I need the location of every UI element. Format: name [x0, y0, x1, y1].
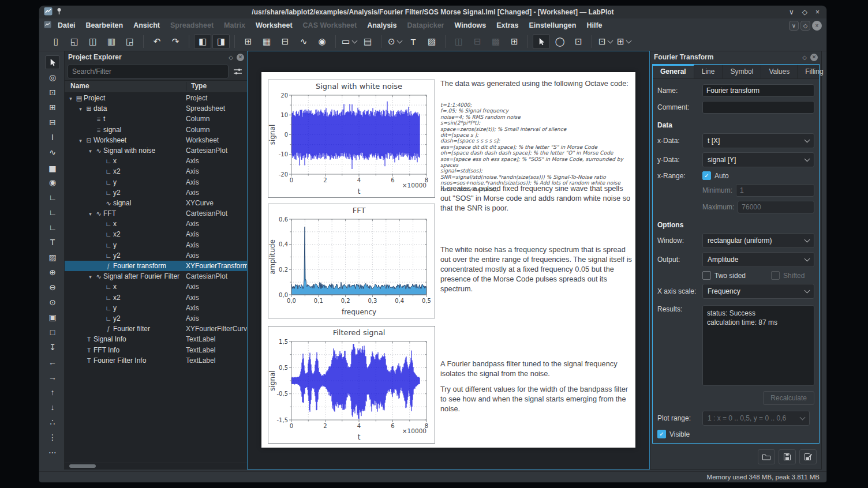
add-image-button[interactable]: ▨: [423, 34, 440, 49]
new-spreadsheet-button[interactable]: ⊞: [240, 34, 257, 49]
shift-right-x-button[interactable]: →: [45, 370, 60, 384]
dock-float-icon[interactable]: ◇: [802, 54, 807, 61]
column-name-header[interactable]: Name: [70, 82, 89, 90]
new-matrix-button[interactable]: ▦: [258, 34, 275, 49]
filter-options-icon[interactable]: [231, 65, 245, 78]
mdi-close-button[interactable]: ×: [812, 21, 822, 31]
visible-checkbox[interactable]: ✓: [657, 430, 666, 438]
menu-windows[interactable]: Windows: [449, 21, 491, 29]
expander-icon[interactable]: ▾: [77, 136, 84, 145]
open-file-button[interactable]: ◱: [66, 34, 83, 49]
tab-general[interactable]: General: [653, 65, 694, 78]
export-button[interactable]: ↧: [45, 340, 60, 354]
tree-row[interactable]: ∟x2Axis: [65, 166, 248, 177]
print-button[interactable]: ▥: [103, 34, 120, 49]
tree-row[interactable]: ∟xAxis: [65, 156, 248, 166]
fit-selection-button[interactable]: ▣: [45, 310, 60, 324]
tree-row[interactable]: ∟xAxis: [65, 219, 248, 229]
two-sided-checkbox[interactable]: [702, 271, 711, 280]
magnification-button[interactable]: ⊡: [597, 34, 614, 49]
tree-row[interactable]: ▾⊡WorksheetWorksheet: [65, 135, 248, 145]
toggle-properties-explorer-button[interactable]: ◨: [212, 34, 230, 49]
worksheet-view[interactable]: 02468-20-1001020Signal with white noiset…: [247, 51, 650, 470]
add-axis-left-button[interactable]: ∟: [45, 205, 60, 219]
new-workbook-button[interactable]: ⊟: [276, 34, 294, 49]
recalculate-button[interactable]: Recalculate: [763, 391, 814, 405]
tree-row[interactable]: ∟y2Axis: [65, 313, 248, 324]
tree-row[interactable]: ∟yAxis: [65, 177, 248, 187]
tree-row[interactable]: ∟y2Axis: [65, 250, 248, 261]
more-tools-1-button[interactable]: ∴: [45, 415, 60, 429]
dock-close-icon[interactable]: ✕: [237, 54, 244, 61]
pin-icon[interactable]: [56, 7, 62, 17]
plot-fft[interactable]: 0,00,10,20,30,40,50,00,20,40,6FFTfrequen…: [268, 204, 435, 318]
tree-row[interactable]: TFFT InfoTextLabel: [65, 345, 248, 355]
menu-extras[interactable]: Extras: [491, 21, 523, 29]
tree-row[interactable]: ▾∿Signal with noiseCartesianPlot: [65, 145, 248, 156]
titlebar[interactable]: /usr/share/labplot2/examples/Analysis/Fo…: [39, 6, 826, 18]
window-select[interactable]: rectangular (uniform): [702, 233, 814, 248]
tree-row[interactable]: ≡signalColumn: [65, 125, 248, 135]
dock-float-icon[interactable]: ◇: [229, 54, 233, 61]
column-type-header[interactable]: Type: [186, 82, 207, 91]
cursor-button[interactable]: I: [45, 130, 60, 144]
expander-icon[interactable]: ▾: [87, 272, 94, 281]
tree-row[interactable]: ▾⊞dataSpreadsheet: [65, 103, 248, 114]
tree-row[interactable]: ƒFourier filterXYFourierFilterCurve: [65, 324, 248, 334]
tree-row[interactable]: ▾∿FFTCartesianPlot: [65, 208, 248, 219]
comment-field[interactable]: [702, 101, 814, 114]
add-text-label-button[interactable]: T: [405, 34, 422, 49]
shifted-checkbox[interactable]: [771, 271, 780, 280]
name-field[interactable]: [702, 84, 814, 97]
expander-icon[interactable]: ▾: [87, 146, 94, 156]
output-select[interactable]: Amplitude: [702, 252, 814, 267]
tree-row[interactable]: ∟yAxis: [65, 303, 248, 313]
tree-row[interactable]: ∟x2Axis: [65, 292, 248, 303]
print-preview-button[interactable]: ◲: [121, 34, 139, 49]
save-template-button[interactable]: [779, 449, 796, 464]
tree-row[interactable]: ∟y2Axis: [65, 187, 248, 198]
tree-row[interactable]: TFourier Filter InfoTextLabel: [65, 355, 248, 366]
save-as-default-button[interactable]: [799, 449, 817, 464]
undo-button[interactable]: ↶: [148, 34, 166, 49]
maximize-button[interactable]: ◇: [802, 8, 807, 16]
select-mode-button[interactable]: [533, 34, 550, 49]
add-datapicker-button[interactable]: ◉: [45, 175, 60, 189]
plot-range-select[interactable]: 1 : x = 0 .. 0,5, y = 0 .. 0,6: [702, 411, 810, 426]
close-button[interactable]: ×: [815, 8, 820, 16]
new-worksheet-button[interactable]: ▭: [341, 34, 358, 49]
minimize-button[interactable]: ∨: [789, 8, 794, 16]
redo-button[interactable]: ↷: [167, 34, 184, 49]
menu-einstellungen[interactable]: Einstellungen: [523, 21, 581, 29]
shift-down-y-button[interactable]: ↓: [45, 400, 60, 414]
tree-row[interactable]: ∿signalXYCurve: [65, 198, 248, 208]
more-tools-2-button[interactable]: ⋮: [45, 430, 60, 444]
select-mode-button[interactable]: [45, 55, 60, 69]
project-explorer-header[interactable]: Project Explorer ◇ ✕: [65, 51, 248, 63]
load-template-button[interactable]: [758, 449, 775, 464]
new-curve-fit-button[interactable]: ∿: [295, 34, 312, 49]
menu-hilfe[interactable]: Hilfe: [581, 21, 607, 29]
xdata-select[interactable]: t [X]: [702, 133, 814, 148]
zoom-x-selection-button[interactable]: ⊞: [45, 100, 60, 114]
add-axis-bottom-button[interactable]: ∟: [45, 190, 60, 204]
menu-datei[interactable]: Datei: [53, 21, 81, 29]
crosshair-mode-button[interactable]: ◎: [45, 70, 60, 84]
new-folder-button[interactable]: ▤: [359, 34, 376, 49]
crosshair-mode-button[interactable]: ◯: [551, 34, 568, 49]
toggle-project-explorer-button[interactable]: ◧: [194, 34, 211, 49]
properties-header[interactable]: Fourier Transform ◇ ✕: [650, 51, 821, 63]
menu-analysis[interactable]: Analysis: [362, 21, 402, 29]
fit-page-button[interactable]: □: [45, 325, 60, 339]
tab-line[interactable]: Line: [694, 65, 723, 78]
tree-column-header[interactable]: Name Type: [65, 80, 248, 93]
save-button[interactable]: ◫: [84, 34, 102, 49]
mdi-restore-button[interactable]: ◇: [800, 21, 810, 31]
expander-icon[interactable]: ▾: [77, 104, 84, 114]
expander-icon[interactable]: ▾: [87, 209, 94, 219]
zoom-y-selection-button[interactable]: ⊟: [45, 115, 60, 129]
add-axis-custom-button[interactable]: ∟: [45, 220, 60, 234]
add-histogram-button[interactable]: ▅: [45, 160, 60, 174]
zoom-mode-button[interactable]: ⊙: [386, 34, 403, 49]
zoom-out-button[interactable]: ⊖: [45, 280, 60, 294]
